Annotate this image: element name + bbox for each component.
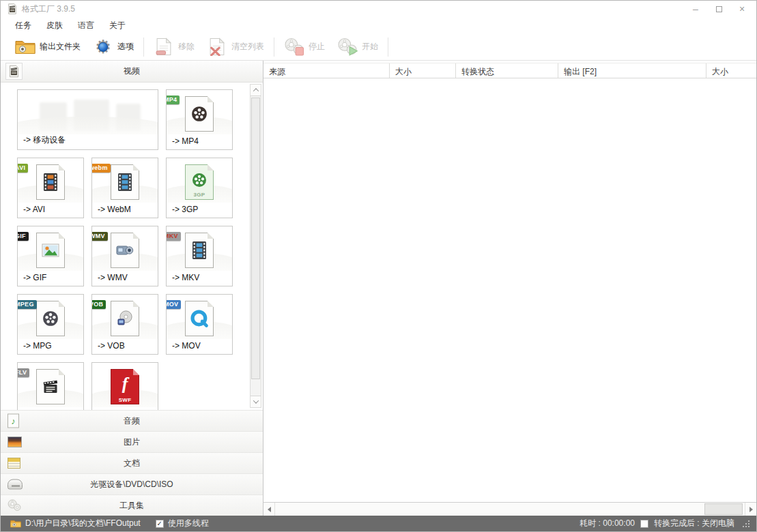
scroll-down-button[interactable] [251, 396, 261, 407]
format-tile-mkv[interactable]: MKV -> MKV [166, 226, 233, 286]
format-label: -> VOB [98, 341, 125, 351]
remove-button[interactable]: 移除 [147, 34, 201, 60]
menu-bar: 任务 皮肤 语言 关于 [1, 17, 756, 33]
format-tile-vob[interactable]: VOB -> VOB [91, 294, 158, 355]
options-label: 选项 [117, 41, 134, 53]
3gp-file-icon: 3GP [167, 162, 232, 202]
format-label: -> SWF [98, 409, 126, 410]
wmv-badge: WMV [91, 232, 108, 241]
menu-about[interactable]: 关于 [102, 18, 133, 33]
toolbar-separator [143, 38, 144, 57]
gif-badge: GIF [17, 232, 29, 241]
format-tile-mp4[interactable]: MP4 -> MP4 [166, 89, 233, 150]
options-button[interactable]: ⚙ 选项 [87, 34, 140, 60]
format-label: -> WebM [98, 205, 131, 214]
mobile-device-watermark [31, 98, 144, 129]
menu-skins[interactable]: 皮肤 [39, 18, 70, 33]
webm-badge: webm [91, 164, 111, 173]
sidebar-item-picture[interactable]: 图片 [1, 431, 263, 452]
format-tile-webm[interactable]: webm -> WebM [91, 158, 158, 218]
sidebar-item-rom-device[interactable]: 光驱设备\DVD\CD\ISO [1, 473, 263, 494]
format-tile-avi[interactable]: AVI -> AVI [17, 158, 84, 218]
format-scrollbar[interactable] [250, 84, 261, 408]
swf-file-icon: f SWF [92, 367, 158, 407]
format-tile-wmv[interactable]: WMV -> WMV [91, 226, 158, 286]
stop-label: 停止 [309, 41, 325, 53]
format-tile-mov[interactable]: MOV -> MOV [166, 294, 233, 355]
arrow-left-icon [268, 507, 271, 512]
sidebar-item-toolset[interactable]: 工具集 [1, 494, 263, 516]
output-folder-button[interactable]: 输出文件夹 [9, 34, 87, 60]
resize-grip[interactable] [743, 520, 751, 528]
sidebar-item-audio[interactable]: ♪ 音频 [1, 410, 263, 431]
scrollbar-thumb[interactable] [251, 98, 260, 379]
category-label: 光驱设备\DVD\CD\ISO [1, 474, 263, 494]
flv-file-icon: FLV [18, 367, 83, 407]
flv-badge: FLV [17, 368, 29, 377]
sidebar-item-video[interactable]: 视频 [1, 61, 263, 83]
column-source[interactable]: 来源 [263, 63, 390, 78]
remove-document-icon [154, 38, 174, 56]
stop-icon [284, 38, 304, 56]
minimize-button[interactable]: – [684, 1, 707, 17]
shutdown-checkbox[interactable] [640, 520, 648, 528]
hscrollbar-thumb[interactable] [704, 503, 743, 515]
3gp-badge: 3GP [191, 191, 208, 199]
format-label: -> MPG [23, 341, 52, 351]
scroll-up-button[interactable] [251, 85, 261, 96]
start-button[interactable]: 开始 [331, 34, 384, 60]
column-output[interactable]: 输出 [F2] [558, 63, 706, 78]
column-convert-state[interactable]: 转换状态 [456, 63, 558, 78]
format-tile-3gp[interactable]: 3GP -> 3GP [166, 158, 233, 218]
menu-tasks[interactable]: 任务 [8, 18, 39, 33]
status-bar: D:\用户目录\我的文档\FFOutput ✓ 使用多线程 耗时 : 00:00… [1, 516, 756, 531]
format-tile-mobile-device[interactable]: -> 移动设备 [17, 89, 158, 150]
output-path[interactable]: D:\用户目录\我的文档\FFOutput [25, 518, 141, 529]
sidebar-item-document[interactable]: 文档 [1, 452, 263, 473]
multithread-checkbox[interactable]: ✓ [156, 520, 164, 528]
mp4-file-icon: MP4 [167, 94, 232, 134]
close-button[interactable]: × [730, 1, 754, 17]
title-bar: 格式工厂 3.9.5 – × [1, 1, 756, 17]
category-label: 文档 [1, 453, 263, 473]
column-size[interactable]: 大小 [390, 63, 456, 78]
format-tile-mpg[interactable]: MPEG -> MPG [17, 294, 84, 355]
clear-list-button[interactable]: 清空列表 [201, 34, 270, 60]
avi-badge: AVI [17, 164, 28, 173]
app-icon [7, 3, 18, 14]
format-tile-gif[interactable]: GIF -> GIF [17, 226, 84, 286]
output-folder-label: 输出文件夹 [40, 41, 81, 53]
chevron-up-icon [253, 88, 258, 93]
start-icon [337, 38, 358, 56]
task-list-body[interactable] [263, 79, 756, 502]
stop-button[interactable]: 停止 [278, 34, 331, 60]
table-header: 来源 大小 转换状态 输出 [F2] 大小 [263, 63, 756, 78]
gear-icon: ⚙ [93, 37, 113, 57]
horizontal-scrollbar[interactable] [263, 502, 756, 516]
format-label: -> WMV [98, 273, 128, 282]
format-label: -> MKV [172, 273, 199, 282]
mpg-file-icon: MPEG [18, 299, 83, 338]
mkv-badge: MKV [166, 232, 181, 241]
vob-badge: VOB [91, 300, 106, 309]
format-label: -> GIF [23, 273, 46, 282]
category-label: 音频 [1, 411, 263, 431]
mpg-badge: MPEG [17, 300, 37, 309]
mov-file-icon: MOV [167, 299, 232, 338]
format-tile-flv[interactable]: FLV -> FLV [17, 362, 84, 410]
scroll-right-button[interactable] [745, 503, 756, 516]
maximize-button[interactable] [707, 1, 730, 17]
column-output-size[interactable]: 大小 [706, 63, 756, 78]
format-factory-window: 格式工厂 3.9.5 – × 任务 皮肤 语言 关于 输出文件夹 ⚙ 选项 [0, 0, 757, 532]
main-area: 视频 -> 移动设备 MP4 [1, 61, 756, 516]
format-tile-swf[interactable]: f SWF -> SWF [91, 362, 158, 410]
menu-language[interactable]: 语言 [70, 18, 102, 33]
scroll-left-button[interactable] [263, 503, 275, 516]
clear-list-icon [207, 38, 227, 56]
arrow-right-icon [749, 507, 753, 512]
multithread-label: 使用多线程 [168, 518, 209, 529]
task-list-panel: 来源 大小 转换状态 输出 [F2] 大小 [263, 61, 756, 516]
output-path-folder-icon[interactable] [10, 519, 21, 528]
toolbar-separator [388, 38, 388, 57]
folder-icon [15, 38, 35, 56]
